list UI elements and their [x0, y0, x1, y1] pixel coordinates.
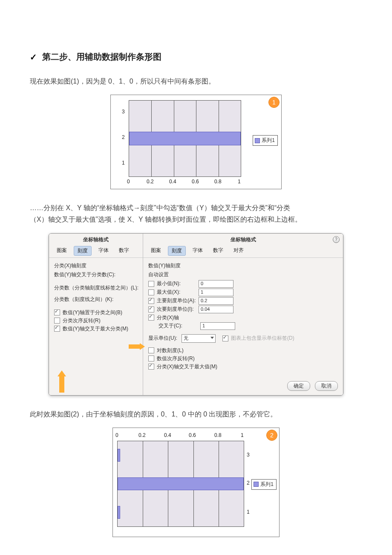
checkbox-auto-major[interactable] [148, 298, 154, 304]
tab-number[interactable]: 数字 [115, 246, 133, 256]
paragraph-1: 现在效果如图(1)，因为是 0、1、0，所以只有中间有条形图。 [30, 75, 362, 87]
ok-button[interactable]: 确定 [287, 381, 310, 391]
chart-figure-2: 2 0 0.2 0.4 0.6 0.8 1 3 2 1 系列1 [112, 428, 280, 537]
paragraph-2a: ……分别在 X、Y 轴的“坐标轴格式→刻度”中勾选“数值（Y）轴交叉于最大分类”… [30, 202, 362, 214]
log-row[interactable]: 对数刻度(L) [148, 347, 339, 354]
checkbox-reverse-categories[interactable] [54, 318, 60, 324]
checkbox-row[interactable]: 数值(Y)轴置于分类之间(B) [54, 309, 138, 316]
plot-inner-2 [118, 441, 244, 526]
paragraph-3: 此时效果如图(2)，由于坐标轴刻度的原因，0、1、0 中的 0 出现图形，不必管… [30, 408, 362, 420]
xtick: 0 [115, 432, 118, 438]
bar-series1-cat2 [129, 132, 241, 145]
legend-1: 系列1 [253, 135, 278, 146]
legend-swatch [254, 482, 259, 487]
xtick: 1 [238, 179, 241, 185]
input-min[interactable]: 0 [199, 280, 233, 288]
legend-label: 系列1 [262, 137, 275, 144]
xtick: 0.2 [147, 179, 154, 185]
chart-figure-1: 1 3 2 1 0 0.2 0.4 0.6 0.8 1 系列1 [110, 95, 282, 189]
select-unit[interactable]: 无 [182, 334, 216, 343]
cross-row-b: 交叉于(C): 1 [148, 322, 339, 330]
tab-scale[interactable]: 刻度 [168, 246, 186, 256]
input-major[interactable]: 0.2 [199, 297, 233, 305]
field-label: 数值(Y)轴交叉于分类数(C): [54, 271, 138, 278]
checkbox-label: 数值(Y)轴交叉于最大分类(M) [63, 325, 128, 332]
field-label: 显示单位(U): [148, 335, 179, 342]
field-label: 主要刻度单位(A): [157, 297, 196, 304]
badge-2: 2 [266, 430, 277, 441]
cancel-button[interactable]: 取消 [315, 381, 338, 391]
checkbox-row[interactable]: 数值(Y)轴交叉于最大分类(M) [54, 325, 138, 332]
x-cross-max-row[interactable]: 分类(X)轴交叉于最大值(M) [148, 363, 339, 370]
tabs-left: 图案 刻度 字体 数字 [49, 245, 143, 258]
dialog-title-right: 坐标轴格式 [143, 234, 343, 245]
xtick: 0.2 [138, 432, 146, 438]
minor-row: 次要刻度单位(I): 0.04 [148, 306, 339, 313]
section-label: 数值(Y)轴刻度 [148, 262, 339, 269]
min-row: 最小值(N): 0 [148, 280, 339, 288]
checkbox-label: 数值(Y)轴置于分类之间(B) [63, 309, 122, 316]
ytick: 2 [122, 134, 125, 140]
xtick: 0 [127, 179, 130, 185]
input-max[interactable]: 1 [199, 289, 233, 296]
checkbox-y-cross-max-category[interactable] [54, 326, 60, 332]
field-label: 交叉于(C): [159, 322, 198, 330]
ytick: 3 [122, 109, 125, 115]
bar-series1-cat1 [118, 506, 120, 519]
checkbox-row[interactable]: 分类次序反转(R) [54, 317, 138, 324]
ytick: 2 [247, 480, 250, 486]
tab-pattern[interactable]: 图案 [53, 246, 70, 256]
bar-series1-cat2 [118, 477, 244, 490]
tab-font[interactable]: 字体 [95, 246, 112, 256]
checkbox-auto-minor[interactable] [148, 306, 154, 312]
field-label: 分类数（刻度线之间）(K): [54, 296, 138, 303]
checkbox-label: 分类次序反转(R) [63, 317, 101, 324]
heading-text: 第二步、用辅助数据制作条形图 [42, 51, 161, 63]
input-cross[interactable]: 1 [200, 322, 235, 330]
checkbox-label-dim: 图表上包含显示单位标签(D) [231, 335, 294, 342]
button-bar: 确定 取消 [284, 381, 338, 391]
xtick: 0.4 [169, 179, 176, 185]
plot-inner-1 [129, 101, 241, 176]
checkbox-unit-label[interactable] [222, 335, 228, 341]
checkbox-auto-min[interactable] [148, 281, 154, 287]
checkbox-auto-cross[interactable] [148, 315, 154, 321]
orange-arrow-right-icon [129, 343, 145, 350]
tab-align[interactable]: 对齐 [230, 246, 247, 256]
reverse-row[interactable]: 数值次序反转(R) [148, 355, 339, 362]
input-minor[interactable]: 0.04 [199, 306, 233, 313]
badge-1: 1 [268, 97, 280, 108]
dialog-title-left: 坐标轴格式 [49, 234, 143, 245]
plot-area-1 [129, 100, 241, 177]
section-label: 分类(X)轴刻度 [54, 262, 138, 269]
check-icon: ✓ [30, 52, 37, 62]
tab-pattern[interactable]: 图案 [147, 246, 164, 256]
tab-number[interactable]: 数字 [210, 246, 227, 256]
checkbox-reverse-values[interactable] [148, 356, 154, 361]
display-unit-row: 显示单位(U): 无 图表上包含显示单位标签(D) [148, 334, 339, 343]
xtick: 0.6 [192, 179, 199, 185]
bar-series1-cat3 [118, 449, 120, 462]
field-label: 分类数（分类轴刻度线标签之间）(L): [54, 284, 138, 292]
major-row: 主要刻度单位(A): 0.2 [148, 297, 339, 305]
help-icon[interactable]: ? [333, 236, 340, 243]
axis-format-dialogs: 坐标轴格式 图案 刻度 字体 数字 分类(X)轴刻度 数值(Y)轴交叉于分类数(… [49, 233, 343, 396]
cross-row-a: 分类(X)轴 [148, 314, 339, 321]
checkbox-log[interactable] [148, 347, 154, 353]
xtick: 0.4 [164, 432, 171, 438]
xtick: 0.8 [214, 179, 222, 185]
auto-label: 自动设置 [148, 271, 339, 278]
checkbox-x-cross-max[interactable] [148, 364, 154, 370]
tab-scale[interactable]: 刻度 [74, 246, 92, 256]
checkbox-between-categories[interactable] [54, 309, 60, 315]
xtick: 0.6 [189, 432, 196, 438]
legend-2: 系列1 [251, 479, 277, 490]
checkbox-auto-max[interactable] [148, 289, 154, 295]
tab-font[interactable]: 字体 [189, 246, 206, 256]
field-label: 分类(X)轴 [157, 314, 196, 321]
field-label: 次要刻度单位(I): [157, 306, 196, 313]
ytick: 1 [247, 509, 250, 515]
dialog-y-axis: ? 坐标轴格式 图案 刻度 字体 数字 对齐 数值(Y)轴刻度 自动设置 最小值… [143, 234, 343, 395]
xtick: 1 [241, 432, 244, 438]
ytick: 3 [247, 452, 250, 458]
